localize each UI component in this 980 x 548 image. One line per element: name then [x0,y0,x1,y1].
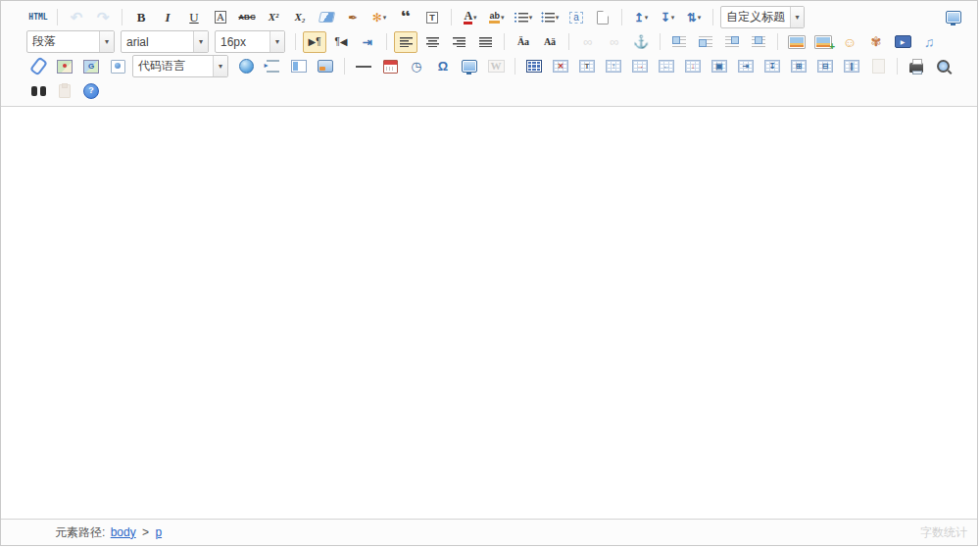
align-left-button[interactable] [394,31,417,53]
code-language-value: 代码语言 [133,56,213,76]
redo-button[interactable]: ↷ [91,7,115,28]
toolbar-row-4: ? [26,78,965,103]
redo-icon: ↷ [97,10,110,25]
template-button[interactable] [287,56,311,77]
to-lowercase-button[interactable]: Aä [538,31,562,53]
insert-video-button[interactable]: ▶ [891,31,914,53]
horizontal-rule-button[interactable] [352,56,375,77]
font-family-combo[interactable]: arial▾ [121,30,209,53]
direction-rtl-button[interactable]: ¶◀ [329,31,353,53]
clear-doc-button[interactable] [591,7,614,28]
source-button[interactable]: HTML [26,7,50,28]
delete-column-button[interactable]: ↓ [681,56,705,77]
image-float-left-button[interactable] [667,31,691,53]
format-painter-button[interactable]: ✒ [341,7,365,28]
remove-format-button[interactable] [315,7,338,28]
merge-cells-button[interactable]: ▣ [708,56,731,77]
undo-button[interactable]: ↶ [65,7,88,28]
delete-table-button[interactable]: ✕ [549,56,572,77]
align-justify-button[interactable] [473,31,497,53]
insert-date-button[interactable] [378,56,402,77]
table-title-button[interactable]: T [575,56,599,77]
paste-plain-button[interactable]: T [420,7,444,28]
image-float-right-button[interactable] [720,31,744,53]
insert-code-button[interactable] [234,56,258,77]
insert-row-button[interactable]: ↑ [602,56,625,77]
special-chars-icon: Ω [438,60,448,73]
select-all-button[interactable]: a [564,7,588,28]
toolbar-row-3: G代码语言▾◷ΩW✕T↑→←↓▣⇥↧⊞⊟∥ [26,54,965,78]
font-color-button[interactable]: A▾ [459,7,482,28]
align-right-button[interactable] [447,31,470,53]
merge-down-button[interactable]: ↧ [760,56,784,77]
subscript-button[interactable]: X₂ [288,7,312,28]
charts-button[interactable] [866,56,890,77]
google-map-button[interactable]: G [79,56,103,77]
search-replace-icon [31,86,46,96]
to-uppercase-button[interactable]: Äa [512,31,535,53]
direction-ltr-button[interactable]: ▶¶ [303,31,326,53]
insert-music-button[interactable]: ♫ [917,31,941,53]
baidu-map-button[interactable] [53,56,76,77]
first-line-indent-button[interactable]: ⇥ [356,31,379,53]
print-button[interactable] [905,56,928,77]
insert-time-button[interactable]: ◷ [405,56,428,77]
image-inline-button[interactable] [694,31,717,53]
anchor-button[interactable]: ⚓ [629,31,653,53]
ordered-list-button[interactable]: ▾ [512,7,535,28]
font-border-icon: A [215,11,226,24]
auto-typeset-icon: ✻ [372,12,382,24]
insert-column-button[interactable]: ← [655,56,678,77]
scrawl-button[interactable]: ✾ [864,31,888,53]
delete-row-button[interactable]: → [628,56,652,77]
custom-style-combo[interactable]: 自定义标题▾ [720,6,805,28]
help-button[interactable]: ? [79,80,103,102]
insert-image-button[interactable] [785,31,808,53]
superscript-button[interactable]: X² [262,7,285,28]
split-to-columns-button[interactable]: ∥ [840,56,863,77]
bold-button[interactable]: B [129,7,153,28]
emoticon-button[interactable]: ☺ [838,31,861,53]
search-replace-button[interactable] [26,80,50,102]
italic-button[interactable]: I [156,7,179,28]
paragraph-format-combo[interactable]: 段落▾ [26,30,115,53]
line-height-button[interactable]: ⇅▾ [682,7,706,28]
paragraph-space-bottom-button[interactable]: ↧▾ [656,7,679,28]
align-center-button[interactable] [420,31,444,53]
auto-typeset-button[interactable]: ✻▾ [368,7,391,28]
merge-right-button[interactable]: ⇥ [734,56,758,77]
page-break-button[interactable] [261,56,284,77]
code-language-combo[interactable]: 代码语言▾ [132,55,228,77]
attachment-button[interactable] [26,56,50,77]
special-chars-button[interactable]: Ω [431,56,455,77]
font-border-button[interactable]: A [209,7,232,28]
image-center-button[interactable] [747,31,770,53]
path-link-p[interactable]: p [155,525,162,539]
editor-content[interactable] [1,107,977,519]
editor-toolbar: HTML↶↷BIUAABCX²X₂✒✻▾“TA▾ab▾▾▾a↥▾↧▾⇅▾自定义标… [1,1,977,107]
background-color-button[interactable]: ab▾ [485,7,509,28]
toolbar-separator [386,33,387,50]
insert-table-button[interactable] [522,56,546,77]
split-to-cells-button[interactable]: ⊞ [787,56,810,77]
paragraph-space-top-button[interactable]: ↥▾ [629,7,653,28]
insert-code-icon [239,59,254,74]
insert-iframe-button[interactable] [106,56,129,77]
blockquote-button[interactable]: “ [394,7,417,28]
screenshot-button[interactable] [458,56,481,77]
word-image-button[interactable]: W [484,56,508,77]
path-link-body[interactable]: body [111,525,136,539]
preview-button[interactable] [931,56,955,77]
insert-link-button[interactable]: ∞ [576,31,600,53]
font-size-combo[interactable]: 16px▾ [215,30,285,53]
multi-image-upload-button[interactable] [811,31,835,53]
fullscreen-button[interactable] [942,7,965,28]
drafts-button[interactable] [53,80,76,102]
unordered-list-button[interactable]: ▾ [538,7,562,28]
strikethrough-button[interactable]: ABC [235,7,259,28]
remove-link-button[interactable]: ∞ [603,31,626,53]
background-settings-button[interactable] [314,56,337,77]
line-height-icon: ⇅ [687,12,697,24]
split-to-rows-button[interactable]: ⊟ [813,56,837,77]
underline-button[interactable]: U [182,7,206,28]
